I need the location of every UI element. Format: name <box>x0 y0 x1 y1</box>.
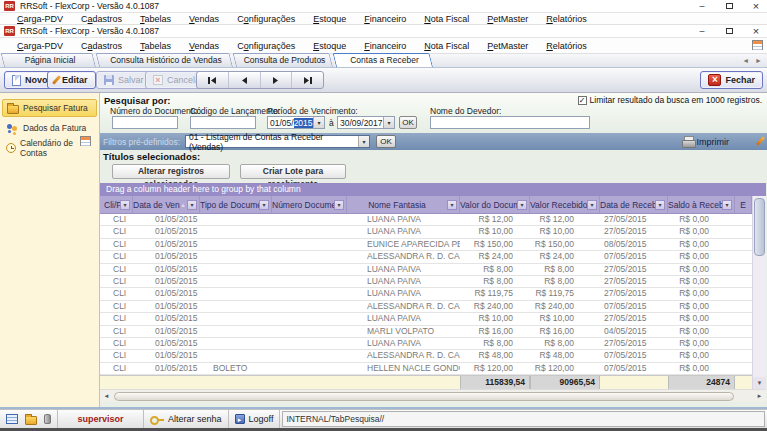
restore-icon[interactable] <box>724 1 734 11</box>
scroll-down-arrow-icon[interactable] <box>753 377 766 389</box>
table-row[interactable]: CLI01/05/2015ALESSANDRA R. D. CAST...R$ … <box>100 251 752 263</box>
column-header-valor-do-docume[interactable]: Valor do Docume... <box>460 196 530 213</box>
table-row[interactable]: CLI01/05/2015LUANA PAIVAR$ 12,00R$ 12,00… <box>100 214 752 226</box>
menu-item-tabelas[interactable]: Tabelas <box>131 13 180 25</box>
mdi-child-icon[interactable] <box>752 40 763 50</box>
design-icon[interactable] <box>756 136 765 145</box>
periodo-ok-button[interactable]: OK <box>399 116 417 129</box>
date-from-input[interactable]: 01/05/2015 <box>267 116 325 129</box>
table-row[interactable]: CLI01/05/2015LUANA PAIVAR$ 10,00R$ 10,00… <box>100 313 752 325</box>
menu-item-configura-es[interactable]: Configurações <box>228 13 304 25</box>
dropdown-arrow-icon[interactable] <box>383 117 394 128</box>
column-header-tipo-de-docume[interactable]: Tipo de Docume... <box>200 196 272 213</box>
menu-item-estoque[interactable]: Estoque <box>304 13 355 25</box>
menu-item-financeiro[interactable]: Financeiro <box>355 13 415 25</box>
numero-documento-input[interactable] <box>112 116 178 129</box>
column-filter-icon[interactable] <box>587 200 597 210</box>
filtros-predefinidos-select[interactable]: 01 - Listagem de Contas a Receber (Venda… <box>185 135 370 148</box>
menu-item-relat-rios[interactable]: Relatórios <box>537 38 596 54</box>
menu-item-carga-pdv[interactable]: Carga-PDV <box>8 13 72 25</box>
minimize-icon[interactable] <box>697 26 707 36</box>
table-row[interactable]: CLI01/05/2015LUANA PAIVAR$ 8,00R$ 8,0027… <box>100 264 752 276</box>
tab-consulta-de-produtos[interactable]: Consulta de Produtos <box>236 53 333 67</box>
editar-button[interactable]: Editar <box>47 71 96 89</box>
menu-item-relat-rios[interactable]: Relatórios <box>537 13 596 25</box>
nav-next-icon[interactable] <box>261 72 293 88</box>
column-header-nome-fantasia[interactable]: Nome Fantasia <box>347 196 460 213</box>
restore-icon[interactable] <box>724 26 734 36</box>
sidebar-item-pesquisar-fatura[interactable]: Pesquisar Fatura <box>2 99 97 117</box>
menu-item-financeiro[interactable]: Financeiro <box>355 38 415 54</box>
scroll-left-arrow-icon[interactable] <box>100 390 113 402</box>
table-row[interactable]: CLI01/05/2015ALESSANDRA R. D. CAST...R$ … <box>100 350 752 362</box>
dropdown-arrow-icon[interactable] <box>313 117 324 128</box>
table-row[interactable]: CLI01/05/2015LUANA PAIVAR$ 119,75R$ 119,… <box>100 288 752 300</box>
table-row[interactable]: CLI01/05/2015LUANA PAIVAR$ 8,00R$ 8,0027… <box>100 276 752 288</box>
salvar-button[interactable]: Salvar <box>96 71 152 89</box>
vertical-scrollbar[interactable] <box>752 196 766 389</box>
column-header-data-de-recebim[interactable]: Data de Recebim... <box>600 196 668 213</box>
nome-devedor-input[interactable] <box>430 116 590 129</box>
column-header-cli-for[interactable]: Cli/For <box>100 196 133 213</box>
date-to-input[interactable]: 30/09/2017 <box>337 116 395 129</box>
filtros-ok-button[interactable]: OK <box>376 135 396 148</box>
groupby-bar[interactable]: Drag a column header here to group by th… <box>100 183 766 196</box>
menu-item-nota-fiscal[interactable]: Nota Fiscal <box>415 38 478 54</box>
column-header-data-de-vencim[interactable]: Data de Vencim... <box>133 196 200 213</box>
limit-results-checkbox[interactable] <box>578 96 587 105</box>
column-filter-icon[interactable] <box>334 200 344 210</box>
column-filter-icon[interactable] <box>517 200 527 210</box>
sidebar-item-dados-da-fatura[interactable]: Dados da Fatura <box>2 119 97 137</box>
column-header-saldo-receber[interactable]: Saldo à Receber <box>668 196 735 213</box>
tab-contas-a-receber[interactable]: Contas a Receber <box>336 53 433 67</box>
column-header-n-mero-documento[interactable]: Número Documento <box>272 196 347 213</box>
horizontal-scroll-thumb[interactable] <box>114 392 734 401</box>
imprimir-button[interactable]: Imprimir <box>682 136 730 147</box>
column-filter-icon[interactable] <box>655 200 665 210</box>
column-header-valor-recebido[interactable]: Valor Recebido <box>530 196 600 213</box>
menu-item-nota-fiscal[interactable]: Nota Fiscal <box>415 13 478 25</box>
menu-item-vendas[interactable]: Vendas <box>180 13 228 25</box>
minimize-icon[interactable] <box>697 1 707 11</box>
nav-prev-icon[interactable] <box>229 72 261 88</box>
fechar-button[interactable]: Fechar <box>700 71 763 89</box>
column-filter-icon[interactable] <box>187 200 197 210</box>
menu-item-petmaster[interactable]: PetMaster <box>478 13 537 25</box>
codigo-lancamento-input[interactable] <box>190 116 256 129</box>
table-row[interactable]: CLI01/05/2015MARLI VOLPATOR$ 16,00R$ 16,… <box>100 326 752 338</box>
menu-item-estoque[interactable]: Estoque <box>304 38 355 54</box>
close-window-icon[interactable] <box>751 1 761 11</box>
column-filter-icon[interactable] <box>259 200 269 210</box>
column-header-e[interactable]: E <box>735 196 752 213</box>
close-window-icon[interactable] <box>751 26 761 36</box>
dropdown-arrow-icon[interactable] <box>358 136 369 147</box>
table-row[interactable]: CLI01/05/2015BOLETOHELLEN NACLE GONDOR$ … <box>100 363 752 375</box>
logoff-button[interactable]: Logoff <box>229 410 281 428</box>
criar-lote-button[interactable]: Criar Lote para recebimento <box>240 164 346 179</box>
tab-consulta-hist-rico-de-vendas[interactable]: Consulta Histórico de Vendas <box>99 53 233 67</box>
scroll-right-arrow-icon[interactable] <box>753 390 766 402</box>
nav-first-icon[interactable] <box>197 72 229 88</box>
menu-item-cadastros[interactable]: Cadastros <box>72 13 131 25</box>
column-filter-icon[interactable] <box>120 200 130 210</box>
alterar-senha-button[interactable]: Alterar senha <box>144 410 229 428</box>
menu-item-cadastros[interactable]: Cadastros <box>72 38 131 54</box>
menu-item-petmaster[interactable]: PetMaster <box>478 38 537 54</box>
nav-last-icon[interactable] <box>292 72 323 88</box>
column-filter-icon[interactable] <box>722 200 732 210</box>
vertical-scroll-thumb[interactable] <box>754 198 765 256</box>
grid-customize-icon[interactable] <box>80 136 91 146</box>
tab-p-gina-inicial[interactable]: Página Inicial <box>4 53 96 67</box>
table-row[interactable]: CLI01/05/2015LUANA PAIVAR$ 10,00R$ 10,00… <box>100 226 752 238</box>
column-filter-icon[interactable] <box>447 200 457 210</box>
menu-item-tabelas[interactable]: Tabelas <box>131 38 180 54</box>
table-row[interactable]: CLI01/05/2015ALESSANDRA R. D. CAST...R$ … <box>100 301 752 313</box>
tab-scroll-arrows-icon[interactable]: ◄ ► <box>742 57 764 64</box>
alterar-registros-button[interactable]: Alterar registros selecionados <box>112 164 230 179</box>
menu-item-configura-es[interactable]: Configurações <box>228 38 304 54</box>
table-row[interactable]: CLI01/05/2015EUNICE APARECIDA PER...R$ 1… <box>100 239 752 251</box>
table-row[interactable]: CLI01/05/2015LUANA PAIVAR$ 8,00R$ 8,0027… <box>100 338 752 350</box>
menu-item-vendas[interactable]: Vendas <box>180 38 228 54</box>
horizontal-scrollbar[interactable] <box>100 389 766 402</box>
menu-item-carga-pdv[interactable]: Carga-PDV <box>8 38 72 54</box>
